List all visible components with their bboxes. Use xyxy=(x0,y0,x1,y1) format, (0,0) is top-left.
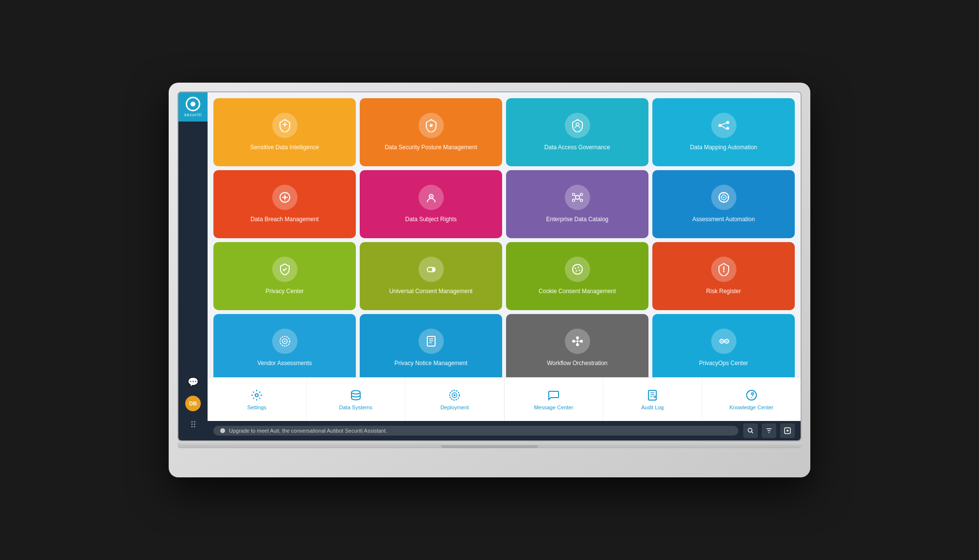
privacyops-icon xyxy=(711,329,736,354)
tile-privacyops[interactable]: PrivacyOps Center xyxy=(652,314,795,377)
svg-point-20 xyxy=(575,268,576,269)
tile-risk-register[interactable]: Risk Register xyxy=(652,242,795,310)
universal-consent-label: Universal Consent Management xyxy=(389,288,472,296)
sidebar-bottom: 💬 DB ⠿ xyxy=(185,374,201,440)
privacyops-label: PrivacyOps Center xyxy=(699,360,748,368)
svg-point-36 xyxy=(255,394,258,397)
tile-privacy-notice[interactable]: Privacy Notice Management xyxy=(360,314,502,377)
sidebar: securiti 💬 DB ⠿ xyxy=(178,92,208,440)
sensitive-data-icon xyxy=(272,113,297,138)
status-message-bubble: Upgrade to meet Auti, the conversational… xyxy=(213,426,738,436)
avatar-icon[interactable]: DB xyxy=(185,396,201,411)
data-breach-label: Data Breach Management xyxy=(250,216,318,224)
enterprise-catalog-label: Enterprise Data Catalog xyxy=(546,216,608,224)
status-dot xyxy=(220,428,225,433)
data-subject-icon xyxy=(419,185,444,210)
svg-point-6 xyxy=(283,196,286,199)
data-breach-icon xyxy=(272,185,297,210)
play-action-btn[interactable] xyxy=(780,423,795,438)
enterprise-catalog-icon xyxy=(565,185,590,210)
knowledge-center-nav-item[interactable]: Knowledge Center xyxy=(702,378,801,421)
svg-point-26 xyxy=(284,341,285,342)
assessment-label: Assessment Automation xyxy=(692,216,755,224)
tile-data-access[interactable]: Data Access Governance xyxy=(506,98,648,166)
tile-workflow[interactable]: Workflow Orchestration xyxy=(506,314,648,377)
message-center-nav-item[interactable]: Message Center xyxy=(505,378,604,421)
knowledge-center-nav-label: Knowledge Center xyxy=(729,404,773,410)
tile-data-security[interactable]: Data Security Posture Management xyxy=(360,98,502,166)
svg-point-4 xyxy=(726,127,729,130)
tile-enterprise-catalog[interactable]: Enterprise Data Catalog xyxy=(506,170,648,238)
svg-point-43 xyxy=(751,397,752,398)
svg-rect-27 xyxy=(427,336,435,346)
svg-point-8 xyxy=(430,196,432,197)
svg-point-18 xyxy=(432,268,435,271)
sensitive-data-label: Sensitive Data Intelligence xyxy=(250,144,319,152)
workflow-icon xyxy=(565,329,590,354)
tile-privacy-center[interactable]: Privacy Center xyxy=(213,242,356,310)
search-action-btn[interactable] xyxy=(743,423,758,438)
grid-row-3: Privacy Center Universal Consent Managem… xyxy=(213,242,795,310)
data-access-label: Data Access Governance xyxy=(544,144,610,152)
vendor-assessments-icon xyxy=(272,329,297,354)
svg-point-9 xyxy=(576,195,579,199)
data-systems-icon xyxy=(350,389,362,402)
data-mapping-icon xyxy=(711,113,736,138)
workflow-label: Workflow Orchestration xyxy=(547,360,607,368)
svg-point-22 xyxy=(578,270,580,271)
message-center-nav-label: Message Center xyxy=(534,404,573,410)
settings-nav-item[interactable]: Settings xyxy=(208,378,307,421)
privacy-notice-label: Privacy Notice Management xyxy=(394,360,467,368)
chat-icon[interactable]: 💬 xyxy=(185,374,201,390)
grid-row-4: Vendor Assessments Privacy Notice Manage… xyxy=(213,314,795,377)
deployment-icon xyxy=(448,389,461,402)
svg-point-12 xyxy=(572,199,575,202)
message-center-icon xyxy=(547,389,560,402)
svg-rect-41 xyxy=(648,390,656,400)
data-access-icon xyxy=(565,113,590,138)
privacy-center-label: Privacy Center xyxy=(265,288,304,296)
svg-point-21 xyxy=(577,267,579,268)
tile-vendor-assessments[interactable]: Vendor Assessments xyxy=(213,314,356,377)
tile-assessment[interactable]: Assessment Automation xyxy=(652,170,795,238)
logo-text: securiti xyxy=(184,112,202,117)
tile-sensitive-data[interactable]: Sensitive Data Intelligence xyxy=(213,98,356,166)
grid-row-1: Sensitive Data Intelligence Data Securit… xyxy=(213,98,795,166)
tile-universal-consent[interactable]: Universal Consent Management xyxy=(360,242,502,310)
svg-point-44 xyxy=(748,428,752,432)
bottom-nav-right: Message Center Audit Log xyxy=(505,378,801,421)
settings-icon xyxy=(250,389,263,402)
grid-area: Sensitive Data Intelligence Data Securit… xyxy=(208,92,801,377)
risk-register-label: Risk Register xyxy=(706,288,741,296)
data-subject-label: Data Subject Rights xyxy=(405,216,456,224)
deployment-nav-item[interactable]: Deployment xyxy=(405,378,504,421)
svg-point-35 xyxy=(726,341,727,342)
vendor-assessments-label: Vendor Assessments xyxy=(257,360,312,368)
status-bar: Upgrade to meet Auti, the conversational… xyxy=(208,421,801,440)
logo[interactable]: securiti xyxy=(178,92,208,122)
status-actions xyxy=(743,423,795,438)
tile-cookie-consent[interactable]: Cookie Consent Management xyxy=(506,242,648,310)
cookie-consent-icon xyxy=(565,257,590,282)
filter-action-btn[interactable] xyxy=(762,423,776,438)
audit-log-icon xyxy=(646,389,659,402)
tile-data-mapping[interactable]: Data Mapping Automation xyxy=(652,98,795,166)
svg-point-19 xyxy=(573,264,582,274)
svg-point-11 xyxy=(580,193,582,196)
assessment-icon xyxy=(711,185,736,210)
svg-point-40 xyxy=(454,394,455,396)
tile-data-subject[interactable]: Data Subject Rights xyxy=(360,170,502,238)
svg-point-16 xyxy=(723,197,724,198)
apps-icon[interactable]: ⠿ xyxy=(185,417,201,433)
bottom-nav: Settings Data Systems xyxy=(208,377,801,421)
svg-point-1 xyxy=(576,123,579,126)
privacy-notice-icon xyxy=(419,329,444,354)
logo-icon xyxy=(186,97,200,111)
audit-log-nav-item[interactable]: Audit Log xyxy=(603,378,702,421)
svg-point-23 xyxy=(576,270,577,272)
svg-point-37 xyxy=(351,390,360,394)
svg-point-2 xyxy=(718,124,721,127)
audit-log-nav-label: Audit Log xyxy=(641,404,664,410)
data-systems-nav-item[interactable]: Data Systems xyxy=(307,378,406,421)
tile-data-breach[interactable]: Data Breach Management xyxy=(213,170,356,238)
